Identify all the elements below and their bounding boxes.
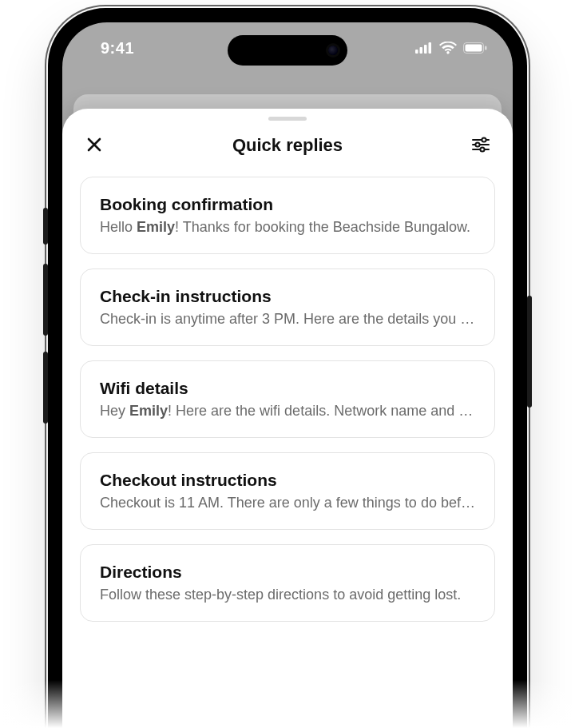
phone-device-frame: 9:41: [48, 8, 527, 728]
device-power-button: [527, 296, 532, 408]
quick-reply-title: Wifi details: [100, 379, 475, 398]
quick-reply-title: Check-in instructions: [100, 287, 475, 306]
svg-point-12: [480, 147, 484, 151]
quick-reply-card[interactable]: Directions Follow these step-by-step dir…: [80, 544, 495, 622]
close-button[interactable]: [78, 129, 110, 161]
cellular-signal-icon: [415, 42, 433, 54]
svg-point-8: [482, 137, 486, 141]
quick-reply-title: Directions: [100, 563, 475, 582]
quick-reply-preview: Follow these step-by-step directions to …: [100, 587, 475, 603]
device-side-button: [43, 208, 48, 245]
close-icon: [86, 137, 102, 155]
dynamic-island: [228, 35, 347, 66]
quick-reply-preview: Check-in is anytime after 3 PM. Here are…: [100, 311, 475, 328]
quick-reply-preview: Hello Emily! Thanks for booking the Beac…: [100, 219, 475, 236]
quick-reply-title: Booking confirmation: [100, 195, 475, 214]
quick-replies-list[interactable]: Booking confirmation Hello Emily! Thanks…: [62, 170, 513, 622]
device-volume-up-button: [43, 264, 48, 336]
wifi-icon: [439, 42, 457, 54]
svg-rect-5: [466, 45, 482, 52]
status-time: 9:41: [88, 39, 134, 58]
svg-point-10: [475, 142, 479, 146]
quick-reply-card[interactable]: Wifi details Hey Emily! Here are the wif…: [80, 360, 495, 438]
svg-rect-2: [424, 45, 427, 54]
svg-rect-6: [485, 46, 487, 50]
sliders-icon: [472, 137, 490, 155]
quick-reply-title: Checkout instructions: [100, 471, 475, 490]
svg-rect-0: [415, 50, 418, 54]
quick-replies-sheet: Quick replies: [62, 109, 513, 728]
svg-rect-3: [429, 42, 432, 54]
quick-reply-preview: Checkout is 11 AM. There are only a few …: [100, 495, 475, 511]
battery-icon: [463, 42, 487, 54]
sheet-header: Quick replies: [62, 121, 513, 170]
quick-reply-card[interactable]: Booking confirmation Hello Emily! Thanks…: [80, 177, 495, 254]
phone-screen: 9:41: [62, 22, 513, 728]
filter-settings-button[interactable]: [465, 129, 497, 161]
quick-reply-card[interactable]: Checkout instructions Checkout is 11 AM.…: [80, 452, 495, 530]
sheet-title: Quick replies: [232, 135, 343, 156]
front-camera: [328, 46, 338, 55]
svg-rect-1: [420, 47, 423, 54]
device-volume-down-button: [43, 352, 48, 424]
quick-reply-card[interactable]: Check-in instructions Check-in is anytim…: [80, 269, 495, 346]
quick-reply-preview: Hey Emily! Here are the wifi details. Ne…: [100, 403, 475, 420]
